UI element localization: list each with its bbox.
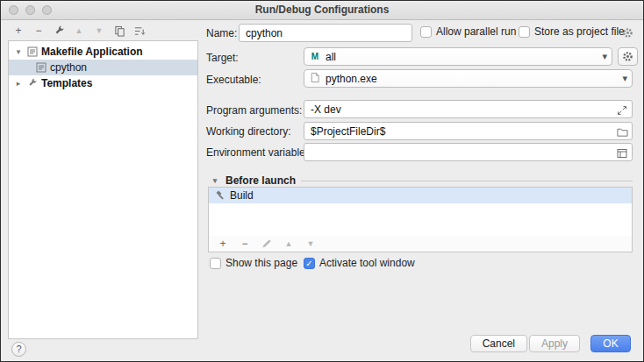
makefile-application-icon xyxy=(27,46,38,57)
move-up-icon[interactable]: ▲ xyxy=(73,25,85,37)
sort-configurations-icon[interactable] xyxy=(133,25,146,37)
makefile-target-icon: M xyxy=(310,52,320,61)
tree-item-label: Templates xyxy=(41,77,92,89)
browse-variables-icon[interactable] xyxy=(617,146,628,158)
move-down-icon[interactable]: ▼ xyxy=(93,25,105,37)
before-launch-toolbar: + − ▲ ▼ xyxy=(208,236,633,252)
checkbox-box[interactable] xyxy=(519,26,530,38)
chevron-down-icon[interactable]: ▾ xyxy=(210,176,220,185)
checkbox-label: Store as project file xyxy=(534,25,625,38)
makefile-config-icon xyxy=(36,62,47,73)
checkbox-label: Show this page xyxy=(225,257,297,269)
tree-item-label: cpython xyxy=(50,61,87,74)
remove-configuration-icon[interactable]: − xyxy=(32,25,45,37)
dropdown-arrow-icon[interactable]: ▾ xyxy=(622,73,627,84)
cancel-button[interactable]: Cancel xyxy=(470,335,527,352)
working-directory-label: Working directory: xyxy=(206,125,290,138)
executable-combo[interactable]: python.exe ▾ xyxy=(304,69,633,88)
program-arguments-input[interactable] xyxy=(304,100,633,118)
allow-parallel-run-checkbox[interactable]: Allow parallel run xyxy=(420,25,516,38)
target-settings-button[interactable] xyxy=(618,47,638,66)
executable-label: Executable: xyxy=(206,74,261,86)
tree-item-makefile-application[interactable]: ▾ Makefile Application xyxy=(9,44,197,60)
before-launch-section-header[interactable]: ▾ Before launch xyxy=(210,174,633,187)
ok-button[interactable]: OK xyxy=(590,335,631,352)
titlebar: Run/Debug Configurations xyxy=(1,1,643,20)
target-combo[interactable]: M all ▾ xyxy=(304,47,612,66)
store-settings-gear-icon[interactable] xyxy=(622,26,633,42)
tree-item-label: Makefile Application xyxy=(41,46,143,58)
section-divider xyxy=(301,181,633,181)
minimize-window-button[interactable] xyxy=(25,5,35,15)
show-this-page-checkbox[interactable]: Show this page xyxy=(210,257,297,269)
expand-field-icon[interactable] xyxy=(617,103,628,115)
close-window-button[interactable] xyxy=(9,5,18,15)
run-debug-configurations-dialog: Run/Debug Configurations + − ▲ ▼ ▾ Makef… xyxy=(0,0,644,362)
move-task-down-icon[interactable]: ▼ xyxy=(304,238,317,250)
remove-task-icon[interactable]: − xyxy=(239,238,251,250)
apply-button[interactable]: Apply xyxy=(529,335,580,352)
tree-item-templates[interactable]: ▸ Templates xyxy=(9,75,197,91)
activate-tool-window-checkbox[interactable]: ✓ Activate tool window xyxy=(304,257,415,269)
target-label: Target: xyxy=(206,52,239,64)
before-launch-item-build[interactable]: Build xyxy=(209,188,632,203)
configurations-toolbar: + − ▲ ▼ xyxy=(12,24,146,38)
before-launch-title: Before launch xyxy=(225,174,296,187)
browse-folder-icon[interactable] xyxy=(617,125,628,137)
help-button[interactable]: ? xyxy=(11,342,26,357)
before-launch-list: Build xyxy=(208,187,633,237)
edit-templates-wrench-icon[interactable] xyxy=(53,25,65,37)
checkbox-box-checked[interactable]: ✓ xyxy=(304,258,315,269)
store-as-project-file-checkbox[interactable]: Store as project file xyxy=(519,25,625,38)
executable-value: python.exe xyxy=(326,73,377,85)
add-configuration-icon[interactable]: + xyxy=(12,25,25,37)
checkbox-label: Activate tool window xyxy=(319,257,415,269)
edit-task-pencil-icon[interactable] xyxy=(261,238,273,250)
name-label: Name: xyxy=(206,27,237,39)
move-task-up-icon[interactable]: ▲ xyxy=(283,238,295,250)
environment-variables-label: Environment variables: xyxy=(206,146,313,159)
before-launch-item-label: Build xyxy=(230,189,254,202)
traffic-lights xyxy=(9,5,52,15)
gear-icon xyxy=(622,51,633,62)
name-input[interactable] xyxy=(239,24,412,42)
checkbox-label: Allow parallel run xyxy=(436,25,516,38)
templates-wrench-icon xyxy=(27,78,38,89)
chevron-down-icon[interactable]: ▾ xyxy=(13,47,24,56)
checkbox-box[interactable] xyxy=(420,26,432,38)
copy-configuration-icon[interactable] xyxy=(113,25,125,37)
environment-variables-input[interactable] xyxy=(304,143,633,161)
target-value: all xyxy=(326,51,336,63)
window-title: Run/Debug Configurations xyxy=(1,1,643,19)
file-icon xyxy=(310,72,320,86)
working-directory-input[interactable] xyxy=(304,122,633,140)
add-task-icon[interactable]: + xyxy=(217,238,229,250)
hammer-icon xyxy=(214,189,225,202)
configurations-tree: ▾ Makefile Application cpython ▸ Templat… xyxy=(8,40,198,339)
dropdown-arrow-icon[interactable]: ▾ xyxy=(602,51,607,62)
tree-item-cpython[interactable]: cpython xyxy=(9,60,197,75)
chevron-right-icon[interactable]: ▸ xyxy=(13,79,24,88)
zoom-window-button[interactable] xyxy=(42,5,52,15)
checkbox-box[interactable] xyxy=(210,258,221,269)
program-arguments-label: Program arguments: xyxy=(206,104,302,117)
